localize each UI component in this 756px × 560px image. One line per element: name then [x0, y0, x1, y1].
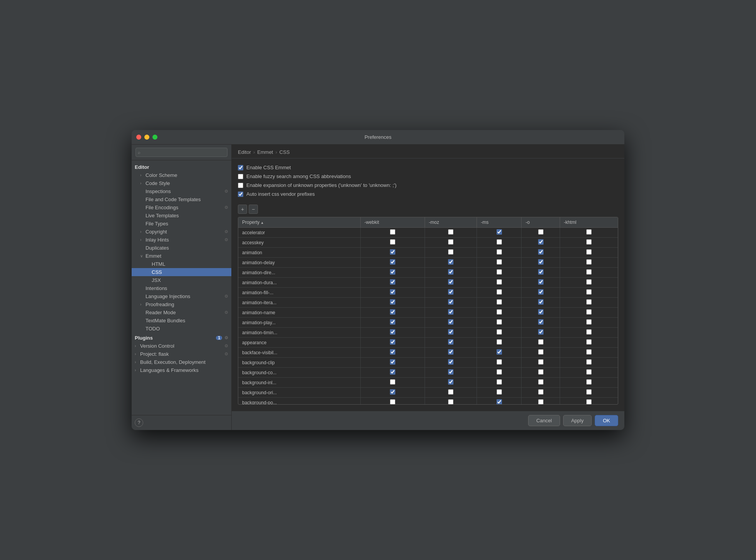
cancel-button[interactable]: Cancel: [528, 415, 560, 426]
ms-checkbox[interactable]: [497, 349, 502, 355]
o-checkbox[interactable]: [538, 289, 544, 295]
sidebar-item-textmate-bundles[interactable]: › TextMate Bundles: [132, 317, 231, 325]
close-button[interactable]: [136, 135, 141, 140]
remove-property-button[interactable]: −: [249, 205, 258, 214]
o-checkbox[interactable]: [538, 299, 544, 305]
khtml-cell[interactable]: [560, 298, 618, 308]
o-cell[interactable]: [522, 368, 560, 378]
sidebar-item-live-templates[interactable]: › Live Templates: [132, 212, 231, 220]
moz-checkbox[interactable]: [448, 349, 453, 355]
khtml-cell[interactable]: [560, 388, 618, 398]
ms-cell[interactable]: [477, 388, 522, 398]
enable-css-emmet-checkbox[interactable]: [238, 165, 243, 170]
col-header-moz[interactable]: -moz: [425, 217, 477, 228]
o-cell[interactable]: [522, 328, 560, 338]
moz-checkbox[interactable]: [448, 329, 453, 335]
ms-cell[interactable]: [477, 278, 522, 288]
khtml-checkbox[interactable]: [586, 329, 592, 335]
khtml-cell[interactable]: [560, 278, 618, 288]
moz-cell[interactable]: [425, 358, 477, 368]
sidebar-item-version-control[interactable]: › Version Control ⚙: [132, 342, 231, 350]
sidebar-item-html[interactable]: › HTML: [132, 260, 231, 268]
webkit-checkbox[interactable]: [390, 239, 395, 245]
webkit-cell[interactable]: [360, 318, 425, 328]
webkit-checkbox[interactable]: [390, 379, 395, 385]
moz-checkbox[interactable]: [448, 259, 453, 265]
moz-cell[interactable]: [425, 228, 477, 238]
moz-checkbox[interactable]: [448, 289, 453, 295]
webkit-cell[interactable]: [360, 358, 425, 368]
expansion-checkbox[interactable]: [238, 183, 243, 188]
col-header-webkit[interactable]: -webkit: [360, 217, 425, 228]
ms-cell[interactable]: [477, 268, 522, 278]
sidebar-item-file-types[interactable]: › File Types: [132, 220, 231, 228]
o-cell[interactable]: [522, 388, 560, 398]
khtml-cell[interactable]: [560, 318, 618, 328]
webkit-cell[interactable]: [360, 228, 425, 238]
webkit-cell[interactable]: [360, 328, 425, 338]
khtml-cell[interactable]: [560, 348, 618, 358]
table-container[interactable]: Property -webkit -moz -ms -o -khtml acce…: [238, 217, 618, 405]
o-cell[interactable]: [522, 398, 560, 405]
moz-checkbox[interactable]: [448, 399, 453, 405]
webkit-cell[interactable]: [360, 398, 425, 405]
o-cell[interactable]: [522, 318, 560, 328]
o-checkbox[interactable]: [538, 339, 544, 345]
khtml-checkbox[interactable]: [586, 389, 592, 395]
o-checkbox[interactable]: [538, 349, 544, 355]
ok-button[interactable]: OK: [595, 415, 618, 426]
khtml-checkbox[interactable]: [586, 369, 592, 375]
o-checkbox[interactable]: [538, 369, 544, 375]
ms-checkbox[interactable]: [497, 309, 502, 315]
sidebar-item-duplicates[interactable]: › Duplicates: [132, 244, 231, 252]
sidebar-item-file-code-templates[interactable]: › File and Code Templates: [132, 195, 231, 203]
webkit-checkbox[interactable]: [390, 359, 395, 365]
webkit-checkbox[interactable]: [390, 259, 395, 265]
o-cell[interactable]: [522, 228, 560, 238]
sidebar-item-plugins[interactable]: Plugins 1 ⚙: [132, 333, 231, 342]
ms-cell[interactable]: [477, 358, 522, 368]
o-cell[interactable]: [522, 308, 560, 318]
sidebar-item-reader-mode[interactable]: › Reader Mode ⚙: [132, 308, 231, 317]
ms-checkbox[interactable]: [497, 399, 502, 405]
khtml-checkbox[interactable]: [586, 229, 592, 235]
moz-cell[interactable]: [425, 298, 477, 308]
webkit-cell[interactable]: [360, 348, 425, 358]
o-cell[interactable]: [522, 248, 560, 258]
ms-checkbox[interactable]: [497, 359, 502, 365]
ms-checkbox[interactable]: [497, 229, 502, 235]
webkit-cell[interactable]: [360, 308, 425, 318]
ms-cell[interactable]: [477, 228, 522, 238]
moz-checkbox[interactable]: [448, 279, 453, 285]
moz-cell[interactable]: [425, 328, 477, 338]
moz-checkbox[interactable]: [448, 229, 453, 235]
ms-checkbox[interactable]: [497, 339, 502, 345]
moz-checkbox[interactable]: [448, 299, 453, 305]
webkit-checkbox[interactable]: [390, 339, 395, 345]
moz-checkbox[interactable]: [448, 319, 453, 325]
webkit-checkbox[interactable]: [390, 349, 395, 355]
o-checkbox[interactable]: [538, 269, 544, 275]
webkit-cell[interactable]: [360, 378, 425, 388]
webkit-cell[interactable]: [360, 368, 425, 378]
moz-cell[interactable]: [425, 338, 477, 348]
sidebar-item-todo[interactable]: › TODO: [132, 325, 231, 333]
khtml-checkbox[interactable]: [586, 279, 592, 285]
khtml-cell[interactable]: [560, 308, 618, 318]
webkit-cell[interactable]: [360, 298, 425, 308]
ms-cell[interactable]: [477, 248, 522, 258]
moz-cell[interactable]: [425, 398, 477, 405]
add-property-button[interactable]: +: [238, 205, 247, 214]
sidebar-item-color-scheme[interactable]: › Color Scheme: [132, 171, 231, 179]
ms-checkbox[interactable]: [497, 319, 502, 325]
o-cell[interactable]: [522, 298, 560, 308]
webkit-checkbox[interactable]: [390, 399, 395, 405]
sidebar-item-build-execution[interactable]: › Build, Execution, Deployment: [132, 358, 231, 366]
sidebar-item-copyright[interactable]: › Copyright ⚙: [132, 228, 231, 236]
o-checkbox[interactable]: [538, 309, 544, 315]
moz-cell[interactable]: [425, 238, 477, 248]
o-checkbox[interactable]: [538, 229, 544, 235]
o-checkbox[interactable]: [538, 359, 544, 365]
khtml-cell[interactable]: [560, 228, 618, 238]
o-cell[interactable]: [522, 258, 560, 268]
